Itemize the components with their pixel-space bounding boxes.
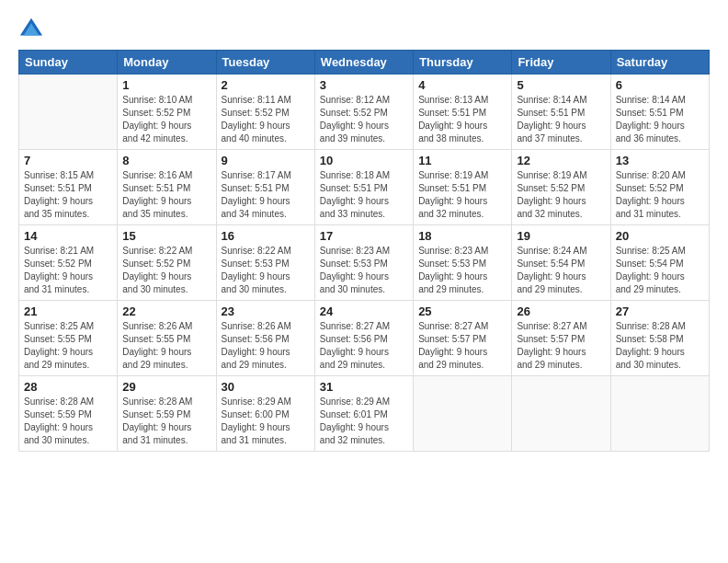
calendar-cell: 19Sunrise: 8:24 AMSunset: 5:54 PMDayligh…: [512, 225, 610, 301]
day-info: Sunrise: 8:26 AMSunset: 5:55 PMDaylight:…: [122, 320, 210, 372]
day-number: 21: [24, 304, 112, 318]
day-number: 10: [320, 154, 408, 167]
calendar-cell: [19, 75, 118, 150]
day-number: 11: [418, 154, 506, 167]
calendar-cell: 25Sunrise: 8:27 AMSunset: 5:57 PMDayligh…: [414, 301, 512, 376]
calendar-cell: 11Sunrise: 8:19 AMSunset: 5:51 PMDayligh…: [414, 150, 512, 225]
calendar-cell: 5Sunrise: 8:14 AMSunset: 5:51 PMDaylight…: [512, 75, 610, 150]
calendar-cell: 6Sunrise: 8:14 AMSunset: 5:51 PMDaylight…: [610, 75, 709, 150]
calendar-cell: 24Sunrise: 8:27 AMSunset: 5:56 PMDayligh…: [314, 301, 413, 376]
day-info: Sunrise: 8:25 AMSunset: 5:55 PMDaylight:…: [24, 320, 112, 372]
calendar-cell: [512, 376, 610, 452]
calendar-cell: [414, 376, 512, 452]
calendar-cell: [610, 376, 709, 452]
day-number: 22: [122, 304, 210, 318]
day-info: Sunrise: 8:28 AMSunset: 5:59 PMDaylight:…: [122, 396, 210, 447]
day-info: Sunrise: 8:22 AMSunset: 5:52 PMDaylight:…: [122, 245, 210, 296]
day-info: Sunrise: 8:13 AMSunset: 5:51 PMDaylight:…: [418, 94, 506, 145]
calendar-cell: 10Sunrise: 8:18 AMSunset: 5:51 PMDayligh…: [314, 150, 413, 225]
day-number: 2: [222, 78, 310, 92]
column-header-sunday: Sunday: [19, 51, 118, 75]
day-info: Sunrise: 8:26 AMSunset: 5:56 PMDaylight:…: [222, 320, 310, 372]
calendar-cell: 26Sunrise: 8:27 AMSunset: 5:57 PMDayligh…: [512, 301, 610, 376]
calendar-cell: 31Sunrise: 8:29 AMSunset: 6:01 PMDayligh…: [314, 376, 413, 452]
day-info: Sunrise: 8:25 AMSunset: 5:54 PMDaylight:…: [616, 245, 704, 296]
day-number: 31: [320, 380, 408, 394]
column-header-thursday: Thursday: [414, 51, 512, 75]
calendar-cell: 18Sunrise: 8:23 AMSunset: 5:53 PMDayligh…: [414, 225, 512, 301]
day-info: Sunrise: 8:29 AMSunset: 6:01 PMDaylight:…: [320, 396, 408, 447]
day-number: 18: [418, 229, 506, 243]
column-header-monday: Monday: [118, 51, 216, 75]
day-number: 24: [320, 304, 408, 318]
page-container: SundayMondayTuesdayWednesdayThursdayFrid…: [0, 0, 728, 563]
day-info: Sunrise: 8:23 AMSunset: 5:53 PMDaylight:…: [320, 245, 408, 296]
calendar-cell: 16Sunrise: 8:22 AMSunset: 5:53 PMDayligh…: [216, 225, 314, 301]
day-number: 23: [222, 304, 310, 318]
calendar-table: SundayMondayTuesdayWednesdayThursdayFrid…: [18, 50, 710, 452]
calendar-cell: 2Sunrise: 8:11 AMSunset: 5:52 PMDaylight…: [216, 75, 314, 150]
day-number: 29: [122, 380, 210, 394]
calendar-cell: 13Sunrise: 8:20 AMSunset: 5:52 PMDayligh…: [610, 150, 709, 225]
day-info: Sunrise: 8:19 AMSunset: 5:52 PMDaylight:…: [517, 169, 605, 221]
calendar-cell: 30Sunrise: 8:29 AMSunset: 6:00 PMDayligh…: [216, 376, 314, 452]
day-number: 27: [616, 304, 704, 318]
day-info: Sunrise: 8:19 AMSunset: 5:51 PMDaylight:…: [418, 169, 506, 221]
day-number: 19: [517, 229, 605, 243]
week-row-5: 28Sunrise: 8:28 AMSunset: 5:59 PMDayligh…: [19, 376, 710, 452]
week-row-1: 1Sunrise: 8:10 AMSunset: 5:52 PMDaylight…: [19, 75, 710, 150]
day-info: Sunrise: 8:29 AMSunset: 6:00 PMDaylight:…: [222, 396, 310, 447]
day-number: 8: [122, 154, 210, 167]
column-header-tuesday: Tuesday: [216, 51, 314, 75]
day-info: Sunrise: 8:20 AMSunset: 5:52 PMDaylight:…: [616, 169, 704, 221]
day-info: Sunrise: 8:17 AMSunset: 5:51 PMDaylight:…: [222, 169, 310, 221]
day-number: 5: [517, 78, 605, 92]
day-number: 26: [517, 304, 605, 318]
calendar-cell: 22Sunrise: 8:26 AMSunset: 5:55 PMDayligh…: [118, 301, 216, 376]
day-number: 25: [418, 304, 506, 318]
day-info: Sunrise: 8:14 AMSunset: 5:51 PMDaylight:…: [517, 94, 605, 145]
day-number: 7: [24, 154, 112, 167]
day-number: 1: [122, 78, 210, 92]
calendar-cell: 1Sunrise: 8:10 AMSunset: 5:52 PMDaylight…: [118, 75, 216, 150]
day-number: 20: [616, 229, 704, 243]
calendar-cell: 29Sunrise: 8:28 AMSunset: 5:59 PMDayligh…: [118, 376, 216, 452]
column-header-friday: Friday: [512, 51, 610, 75]
calendar-cell: 23Sunrise: 8:26 AMSunset: 5:56 PMDayligh…: [216, 301, 314, 376]
day-info: Sunrise: 8:22 AMSunset: 5:53 PMDaylight:…: [222, 245, 310, 296]
logo: [18, 15, 48, 40]
day-info: Sunrise: 8:12 AMSunset: 5:52 PMDaylight:…: [320, 94, 408, 145]
calendar-cell: 21Sunrise: 8:25 AMSunset: 5:55 PMDayligh…: [19, 301, 118, 376]
day-info: Sunrise: 8:21 AMSunset: 5:52 PMDaylight:…: [24, 245, 112, 296]
day-number: 9: [222, 154, 310, 167]
calendar-cell: 14Sunrise: 8:21 AMSunset: 5:52 PMDayligh…: [19, 225, 118, 301]
day-number: 6: [616, 78, 704, 92]
column-header-saturday: Saturday: [610, 51, 709, 75]
week-row-2: 7Sunrise: 8:15 AMSunset: 5:51 PMDaylight…: [19, 150, 710, 225]
day-info: Sunrise: 8:18 AMSunset: 5:51 PMDaylight:…: [320, 169, 408, 221]
calendar-cell: 17Sunrise: 8:23 AMSunset: 5:53 PMDayligh…: [314, 225, 413, 301]
day-info: Sunrise: 8:10 AMSunset: 5:52 PMDaylight:…: [122, 94, 210, 145]
day-info: Sunrise: 8:16 AMSunset: 5:51 PMDaylight:…: [122, 169, 210, 221]
week-row-4: 21Sunrise: 8:25 AMSunset: 5:55 PMDayligh…: [19, 301, 710, 376]
day-info: Sunrise: 8:11 AMSunset: 5:52 PMDaylight:…: [222, 94, 310, 145]
day-info: Sunrise: 8:28 AMSunset: 5:58 PMDaylight:…: [616, 320, 704, 372]
calendar-cell: 8Sunrise: 8:16 AMSunset: 5:51 PMDaylight…: [118, 150, 216, 225]
calendar-cell: 9Sunrise: 8:17 AMSunset: 5:51 PMDaylight…: [216, 150, 314, 225]
day-number: 13: [616, 154, 704, 167]
day-number: 17: [320, 229, 408, 243]
calendar-header-row: SundayMondayTuesdayWednesdayThursdayFrid…: [19, 51, 710, 75]
calendar-cell: 12Sunrise: 8:19 AMSunset: 5:52 PMDayligh…: [512, 150, 610, 225]
day-info: Sunrise: 8:23 AMSunset: 5:53 PMDaylight:…: [418, 245, 506, 296]
day-info: Sunrise: 8:28 AMSunset: 5:59 PMDaylight:…: [24, 396, 112, 447]
header: [18, 15, 710, 40]
day-number: 16: [222, 229, 310, 243]
day-number: 15: [122, 229, 210, 243]
calendar-cell: 7Sunrise: 8:15 AMSunset: 5:51 PMDaylight…: [19, 150, 118, 225]
day-info: Sunrise: 8:27 AMSunset: 5:57 PMDaylight:…: [517, 320, 605, 372]
day-number: 3: [320, 78, 408, 92]
week-row-3: 14Sunrise: 8:21 AMSunset: 5:52 PMDayligh…: [19, 225, 710, 301]
day-number: 12: [517, 154, 605, 167]
calendar-cell: 3Sunrise: 8:12 AMSunset: 5:52 PMDaylight…: [314, 75, 413, 150]
day-number: 14: [24, 229, 112, 243]
